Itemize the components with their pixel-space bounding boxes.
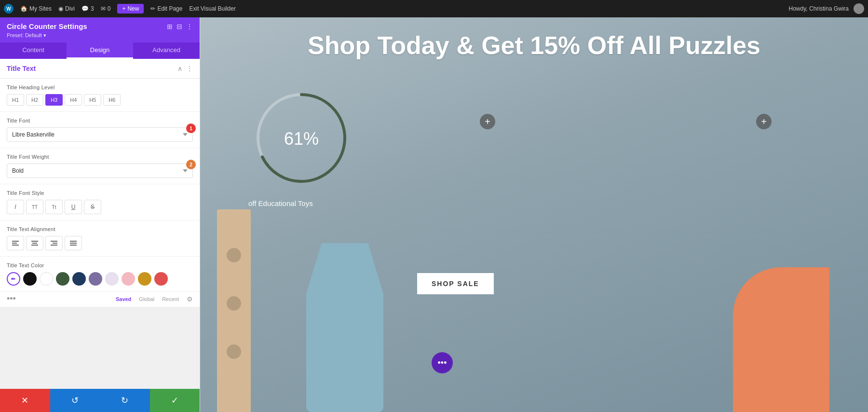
color-settings-icon[interactable]: ⚙: [187, 295, 193, 303]
font-badge: 1: [186, 124, 196, 133]
color-swatch-purple[interactable]: [89, 272, 102, 286]
shop-sale-button[interactable]: SHOP SALE: [417, 273, 494, 294]
color-swatch-white[interactable]: [40, 272, 53, 286]
plus-button-1[interactable]: +: [480, 114, 495, 129]
more-icon[interactable]: ⋮: [186, 23, 193, 30]
title-text-section-header: Title Text ∧ ⋮: [0, 59, 200, 79]
title-text-color-label: Title Text Color: [7, 262, 193, 268]
comment-count: 3: [91, 5, 94, 12]
admin-my-sites[interactable]: 🏠 My Sites: [20, 5, 52, 12]
comment-icon: 💬: [81, 5, 89, 12]
admin-comments[interactable]: 💬 3: [81, 5, 94, 12]
align-right-icon: [51, 240, 57, 247]
avatar[interactable]: [854, 3, 864, 14]
redo-button[interactable]: ↻: [100, 389, 150, 412]
color-swatch-darkgreen[interactable]: [56, 272, 69, 286]
tab-advanced[interactable]: Advanced: [133, 42, 200, 59]
panel-title: Circle Counter Settings: [7, 22, 87, 30]
divi-label: Divi: [65, 5, 75, 12]
color-swatch-darkblue[interactable]: [72, 272, 86, 286]
layout-icon[interactable]: ⊟: [176, 23, 182, 30]
align-right-button[interactable]: [45, 236, 63, 250]
undo-button[interactable]: ↺: [50, 389, 100, 412]
global-tab[interactable]: Global: [139, 296, 154, 302]
svg-rect-1: [12, 243, 17, 244]
align-justify-button[interactable]: [65, 236, 82, 250]
edit-page-button[interactable]: ✏ Edit Page: [150, 5, 182, 12]
saved-tab[interactable]: Saved: [116, 296, 131, 302]
title-font-group: Title Font Libre Baskerville Arial Georg…: [0, 112, 200, 148]
heading-h2-button[interactable]: H2: [26, 94, 43, 106]
heading-h1-button[interactable]: H1: [7, 94, 24, 106]
heading-h3-button[interactable]: H3: [45, 94, 63, 106]
heading-buttons: H1 H2 H3 H4 H5 H6: [7, 94, 193, 106]
cancel-button[interactable]: ✕: [0, 389, 50, 412]
exit-visual-builder-button[interactable]: Exit Visual Builder: [189, 5, 236, 12]
strikethrough-button[interactable]: S: [84, 200, 101, 214]
align-center-button[interactable]: [26, 236, 43, 250]
eyedropper-icon: ✒: [11, 275, 16, 283]
section-menu-icon[interactable]: ⋮: [186, 65, 193, 72]
toy-beam: [217, 209, 251, 412]
wp-logo-icon[interactable]: W: [4, 4, 14, 14]
collapse-icon[interactable]: ∧: [177, 65, 182, 72]
title-text-label: Title Text: [7, 65, 36, 72]
purple-dots-icon: •••: [438, 358, 447, 368]
save-button[interactable]: ✓: [150, 389, 200, 412]
title-font-select[interactable]: Libre Baskerville Arial Georgia: [7, 127, 193, 142]
admin-divi[interactable]: ◉ Divi: [58, 5, 75, 12]
heading-h4-button[interactable]: H4: [65, 94, 82, 106]
svg-rect-6: [51, 241, 57, 242]
svg-rect-9: [70, 241, 77, 242]
pin-icon[interactable]: ⊞: [167, 23, 173, 30]
preset-row[interactable]: Preset: Default ▾: [7, 32, 193, 39]
title-font-weight-label: Title Font Weight: [7, 154, 193, 160]
recent-tab[interactable]: Recent: [162, 296, 179, 302]
plus-button-2[interactable]: +: [756, 114, 772, 129]
italic-button[interactable]: I: [7, 200, 24, 214]
align-center-icon: [31, 240, 38, 247]
color-swatch-lavender[interactable]: [105, 272, 119, 286]
eyedropper-button[interactable]: ✒: [7, 272, 20, 286]
bottom-toolbar: ✕ ↺ ↻ ✓: [0, 389, 200, 412]
color-swatch-red[interactable]: [154, 272, 168, 286]
save-icon: ✓: [171, 395, 178, 406]
align-justify-icon: [70, 240, 77, 247]
svg-rect-2: [12, 245, 19, 246]
new-button[interactable]: + New: [117, 4, 144, 14]
align-buttons: [7, 236, 193, 250]
howdy-text: Howdy, Christina Gwira: [789, 5, 849, 12]
color-swatch-black[interactable]: [23, 272, 37, 286]
color-swatch-gold[interactable]: [138, 272, 151, 286]
align-left-icon: [12, 240, 19, 247]
new-label: New: [127, 5, 139, 12]
heading-h5-button[interactable]: H5: [84, 94, 101, 106]
house-icon: 🏠: [20, 5, 27, 12]
uppercase-button[interactable]: TT: [26, 200, 43, 214]
color-swatch-pink[interactable]: [122, 272, 135, 286]
preset-label: Preset: Default: [7, 32, 42, 38]
circle-label: off Educational Toys: [248, 199, 313, 207]
admin-messages[interactable]: ✉ 0: [101, 5, 111, 12]
svg-rect-5: [31, 245, 38, 246]
heading-level-group: Title Heading Level H1 H2 H3 H4 H5 H6: [0, 79, 200, 112]
purple-dots-button[interactable]: •••: [432, 352, 453, 373]
align-left-button[interactable]: [7, 236, 24, 250]
tab-content[interactable]: Content: [0, 42, 67, 59]
undo-icon: ↺: [71, 395, 79, 406]
capitalize-button[interactable]: Tt: [45, 200, 63, 214]
circle-counter: 61% off Educational Toys: [248, 85, 354, 193]
dots-icon[interactable]: •••: [7, 294, 16, 304]
heading-h6-button[interactable]: H6: [103, 94, 121, 106]
exit-label: Exit Visual Builder: [189, 5, 236, 12]
font-weight-badge: 2: [186, 160, 196, 169]
title-text-color-group: Title Text Color ✒: [0, 257, 200, 292]
title-font-label: Title Font: [7, 118, 193, 124]
title-font-weight-select[interactable]: Bold Regular Light: [7, 164, 193, 178]
admin-bar: W 🏠 My Sites ◉ Divi 💬 3 ✉ 0 + New ✏ Edit…: [0, 0, 868, 17]
style-buttons: I TT Tt U S: [7, 200, 193, 214]
toy-orange: [733, 267, 829, 412]
underline-button[interactable]: U: [65, 200, 82, 214]
tab-design[interactable]: Design: [67, 42, 133, 59]
settings-panel: Circle Counter Settings ⊞ ⊟ ⋮ Preset: De…: [0, 17, 200, 412]
